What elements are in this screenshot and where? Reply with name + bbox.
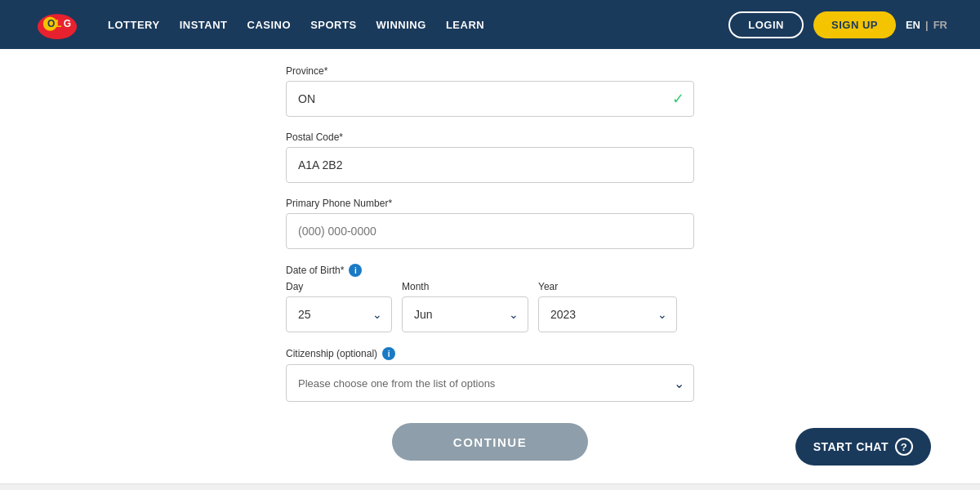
login-button[interactable]: LOGIN xyxy=(728,11,804,38)
phone-label: Primary Phone Number* xyxy=(286,198,694,209)
citizenship-label: Citizenship (optional) xyxy=(286,348,377,359)
dob-month-label: Month xyxy=(402,281,528,292)
dob-day-select-wrapper: 25 ⌄ xyxy=(286,296,392,332)
dob-year-select-wrapper: 2023 ⌄ xyxy=(538,296,677,332)
chat-help-icon: ? xyxy=(895,438,913,456)
start-chat-button[interactable]: START CHAT ? xyxy=(795,428,931,466)
dob-info-icon[interactable]: i xyxy=(349,264,362,277)
province-input[interactable] xyxy=(286,81,694,117)
postal-code-label: Postal Code* xyxy=(286,131,694,143)
citizenship-label-row: Citizenship (optional) i xyxy=(286,347,694,360)
dob-month-group: Month Jun ⌄ xyxy=(402,281,528,332)
nav-item-sports[interactable]: SPORTS xyxy=(310,19,356,31)
svg-text:O: O xyxy=(47,18,55,29)
lang-en[interactable]: EN xyxy=(906,19,920,31)
dob-day-select[interactable]: 25 xyxy=(286,296,392,332)
continue-button[interactable]: CONTINUE xyxy=(392,423,588,461)
phone-field-group: Primary Phone Number* xyxy=(286,198,694,249)
dob-month-select-wrapper: Jun ⌄ xyxy=(402,296,528,332)
dob-day-group: Day 25 ⌄ xyxy=(286,281,392,332)
nav-item-winning[interactable]: WINNING xyxy=(376,19,426,31)
postal-code-input[interactable] xyxy=(286,147,694,183)
dob-row: Day 25 ⌄ Month Jun ⌄ xyxy=(286,281,694,332)
postal-code-field-group: Postal Code* xyxy=(286,131,694,183)
main-header: O L G LOTTERY INSTANT CASINO SPORTS WINN… xyxy=(0,0,980,49)
header-right: LOGIN SIGN UP EN | FR xyxy=(728,11,947,38)
registration-form: Province* ✓ Postal Code* Primary Phone N… xyxy=(286,65,694,461)
citizenship-field-group: Citizenship (optional) i Please choose o… xyxy=(286,347,694,402)
dob-month-select[interactable]: Jun xyxy=(402,296,528,332)
svg-text:G: G xyxy=(64,18,71,29)
citizenship-select[interactable]: Please choose one from the list of optio… xyxy=(286,364,694,402)
dob-label-row: Date of Birth* i xyxy=(286,264,694,277)
citizenship-info-icon[interactable]: i xyxy=(382,347,395,360)
logo[interactable]: O L G xyxy=(33,7,82,42)
dob-year-label: Year xyxy=(538,281,677,292)
start-chat-label: START CHAT xyxy=(813,440,889,453)
dob-year-group: Year 2023 ⌄ xyxy=(538,281,677,332)
header-left: O L G LOTTERY INSTANT CASINO SPORTS WINN… xyxy=(33,7,484,42)
province-input-wrapper: ✓ xyxy=(286,81,694,117)
dob-day-label: Day xyxy=(286,281,392,292)
main-content: Province* ✓ Postal Code* Primary Phone N… xyxy=(0,49,980,490)
citizenship-select-wrapper: Please choose one from the list of optio… xyxy=(286,364,694,402)
svg-text:L: L xyxy=(56,18,61,29)
language-switcher: EN | FR xyxy=(906,19,947,31)
dob-field-group: Date of Birth* i Day 25 ⌄ Month xyxy=(286,264,694,332)
phone-input[interactable] xyxy=(286,213,694,249)
province-field-group: Province* ✓ xyxy=(286,65,694,117)
province-check-icon: ✓ xyxy=(672,90,684,108)
nav-item-lottery[interactable]: LOTTERY xyxy=(108,19,160,31)
nav-item-casino[interactable]: CASINO xyxy=(247,19,292,31)
dob-label: Date of Birth* xyxy=(286,265,344,276)
nav-item-learn[interactable]: LEARN xyxy=(446,19,484,31)
province-label: Province* xyxy=(286,65,694,77)
dob-year-select[interactable]: 2023 xyxy=(538,296,677,332)
continue-button-wrapper: CONTINUE xyxy=(286,423,694,461)
lang-divider: | xyxy=(925,19,929,31)
bottom-border xyxy=(0,483,980,490)
lang-fr[interactable]: FR xyxy=(933,19,947,31)
signup-button[interactable]: SIGN UP xyxy=(813,11,896,38)
main-nav: LOTTERY INSTANT CASINO SPORTS WINNING LE… xyxy=(108,19,484,31)
nav-item-instant[interactable]: INSTANT xyxy=(180,19,228,31)
